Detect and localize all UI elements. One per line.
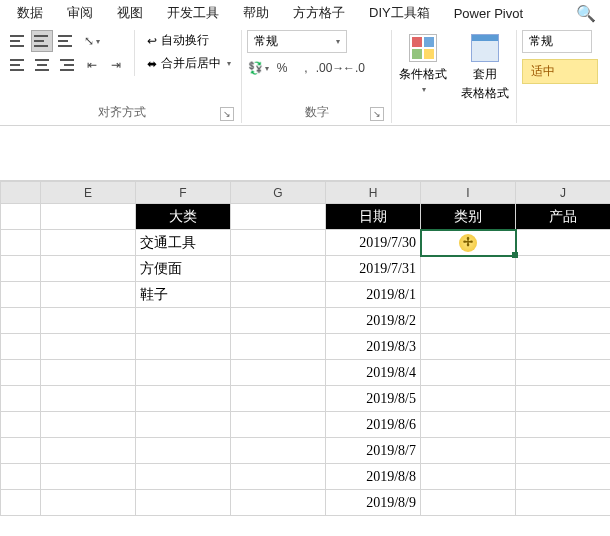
cell-header-date[interactable]: 日期	[326, 204, 421, 230]
increase-decimal-button[interactable]: .00→	[319, 57, 341, 79]
align-right-button[interactable]	[55, 54, 77, 76]
cell[interactable]: 方便面	[136, 256, 231, 282]
cell[interactable]: 2019/8/1	[326, 282, 421, 308]
grid-table: E F G H I J 大类 日期 类别 产品 交通工具 2019/7/30 ✢…	[0, 181, 610, 516]
menu-diy[interactable]: DIY工具箱	[358, 1, 441, 25]
cell-header-product[interactable]: 产品	[516, 204, 611, 230]
table-format-label1: 套用	[473, 66, 497, 83]
increase-indent-button[interactable]: ⇥	[105, 54, 127, 76]
menu-bar: 数据 审阅 视图 开发工具 帮助 方方格子 DIY工具箱 Power Pivot…	[0, 0, 610, 26]
conditional-format-icon	[409, 34, 437, 62]
ribbon-group-cond-format: 条件格式 ▾	[392, 30, 454, 123]
number-format-value: 常规	[254, 33, 278, 50]
active-cell[interactable]: ✢	[421, 230, 516, 256]
col-header-G[interactable]: G	[231, 182, 326, 204]
ribbon-group-table-format: 套用 表格格式	[454, 30, 517, 123]
merge-center-button[interactable]: ⬌ 合并后居中 ▾	[142, 53, 236, 74]
percent-format-button[interactable]: %	[271, 57, 293, 79]
menu-fangfang[interactable]: 方方格子	[282, 1, 356, 25]
menu-review[interactable]: 审阅	[56, 1, 104, 25]
chevron-down-icon: ▾	[227, 59, 231, 68]
cell-style-normal-label: 常规	[529, 33, 553, 50]
table-row: 2019/8/3	[1, 334, 611, 360]
decrease-decimal-button[interactable]: ←.0	[343, 57, 365, 79]
cell[interactable]: 2019/8/3	[326, 334, 421, 360]
col-header-F[interactable]: F	[136, 182, 231, 204]
ribbon-group-cell-styles: 常规 适中	[517, 30, 603, 123]
cell[interactable]: 2019/8/8	[326, 464, 421, 490]
accounting-format-button[interactable]: 💱▾	[247, 57, 269, 79]
cell[interactable]: 2019/7/31	[326, 256, 421, 282]
table-row: 2019/8/7	[1, 438, 611, 464]
ribbon-group-alignment: ⤡▾ ⇤ ⇥ ↩ 自动换行 ⬌ 合并后居中 ▾	[2, 30, 242, 123]
cell-style-normal[interactable]: 常规	[522, 30, 592, 53]
align-bottom-button[interactable]	[55, 30, 77, 52]
table-format-label2: 表格格式	[461, 85, 509, 102]
cursor-icon: ✢	[459, 234, 477, 252]
menu-data[interactable]: 数据	[6, 1, 54, 25]
wrap-text-label: 自动换行	[161, 32, 209, 49]
cell[interactable]: 2019/8/4	[326, 360, 421, 386]
menu-powerpivot[interactable]: Power Pivot	[443, 3, 534, 24]
wrap-text-button[interactable]: ↩ 自动换行	[142, 30, 236, 51]
col-header-blank[interactable]	[1, 182, 41, 204]
table-row: 方便面 2019/7/31	[1, 256, 611, 282]
table-row: 2019/8/5	[1, 386, 611, 412]
orientation-button[interactable]: ⤡▾	[81, 30, 103, 52]
worksheet[interactable]: E F G H I J 大类 日期 类别 产品 交通工具 2019/7/30 ✢…	[0, 181, 610, 516]
decrease-indent-button[interactable]: ⇤	[81, 54, 103, 76]
table-row: 鞋子 2019/8/1	[1, 282, 611, 308]
table-row: 2019/8/6	[1, 412, 611, 438]
cell[interactable]: 交通工具	[136, 230, 231, 256]
column-header-row: E F G H I J	[1, 182, 611, 204]
cell[interactable]: 2019/8/5	[326, 386, 421, 412]
menu-devtools[interactable]: 开发工具	[156, 1, 230, 25]
table-row: 2019/8/2	[1, 308, 611, 334]
align-left-button[interactable]	[7, 54, 29, 76]
col-header-I[interactable]: I	[421, 182, 516, 204]
table-row: 交通工具 2019/7/30 ✢	[1, 230, 611, 256]
cell-style-neutral[interactable]: 适中	[522, 59, 598, 84]
col-header-H[interactable]: H	[326, 182, 421, 204]
merge-label: 合并后居中	[161, 55, 221, 72]
cell[interactable]: 2019/8/7	[326, 438, 421, 464]
table-format-icon	[471, 34, 499, 62]
ribbon-group-number: 常规 ▾ 💱▾ % , .00→ ←.0 数字 ↘	[242, 30, 392, 123]
formula-bar-area	[0, 126, 610, 181]
wrap-text-icon: ↩	[147, 34, 157, 48]
alignment-dialog-launcher[interactable]: ↘	[220, 107, 234, 121]
align-center-button[interactable]	[31, 54, 53, 76]
col-header-E[interactable]: E	[41, 182, 136, 204]
cell[interactable]: 2019/8/6	[326, 412, 421, 438]
fill-handle[interactable]	[512, 252, 518, 258]
chevron-down-icon: ▾	[336, 37, 340, 46]
col-header-J[interactable]: J	[516, 182, 611, 204]
conditional-format-button[interactable]: 条件格式 ▾	[397, 30, 449, 96]
table-row: 大类 日期 类别 产品	[1, 204, 611, 230]
align-middle-button[interactable]	[31, 30, 53, 52]
number-format-select[interactable]: 常规 ▾	[247, 30, 347, 53]
conditional-format-label: 条件格式	[399, 66, 447, 83]
menu-help[interactable]: 帮助	[232, 1, 280, 25]
menu-view[interactable]: 视图	[106, 1, 154, 25]
align-top-button[interactable]	[7, 30, 29, 52]
group-label-number: 数字 ↘	[247, 102, 386, 123]
search-icon[interactable]: 🔍	[568, 4, 604, 23]
table-row: 2019/8/8	[1, 464, 611, 490]
comma-format-button[interactable]: ,	[295, 57, 317, 79]
cell-header-type[interactable]: 类别	[421, 204, 516, 230]
cell-header-category[interactable]: 大类	[136, 204, 231, 230]
cell[interactable]: 2019/8/2	[326, 308, 421, 334]
group-label-alignment: 对齐方式 ↘	[7, 102, 236, 123]
chevron-down-icon: ▾	[422, 85, 426, 94]
cell[interactable]: 2019/8/9	[326, 490, 421, 516]
format-as-table-button[interactable]: 套用 表格格式	[459, 30, 511, 104]
table-row: 2019/8/4	[1, 360, 611, 386]
ribbon: ⤡▾ ⇤ ⇥ ↩ 自动换行 ⬌ 合并后居中 ▾	[0, 26, 610, 126]
cell[interactable]: 2019/7/30	[326, 230, 421, 256]
number-dialog-launcher[interactable]: ↘	[370, 107, 384, 121]
merge-icon: ⬌	[147, 57, 157, 71]
cell[interactable]: 鞋子	[136, 282, 231, 308]
table-row: 2019/8/9	[1, 490, 611, 516]
